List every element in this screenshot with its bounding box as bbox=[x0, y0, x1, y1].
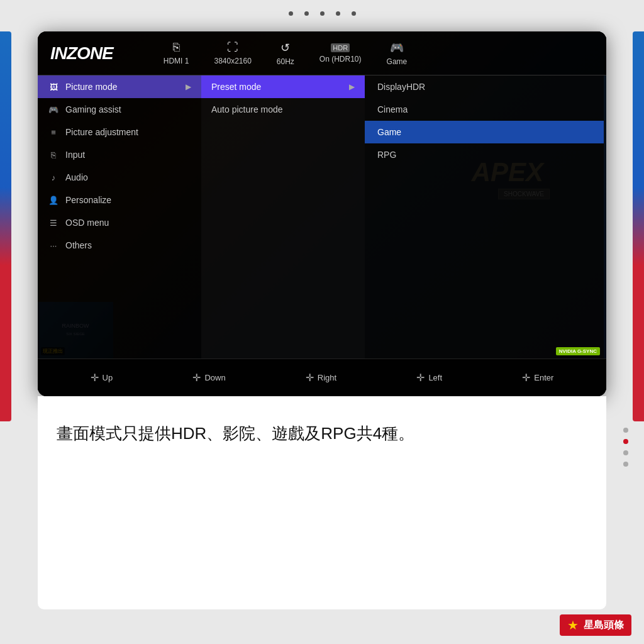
audio-icon: ♪ bbox=[48, 173, 59, 182]
enter-nav-icon: ✛ bbox=[522, 372, 530, 384]
menu-item-picture-mode-label: Picture mode bbox=[65, 82, 117, 92]
pagination-dot-4[interactable] bbox=[623, 462, 628, 467]
option-rpg[interactable]: RPG bbox=[365, 143, 604, 166]
up-nav-icon: ✛ bbox=[91, 372, 99, 384]
nav-enter-label: Enter bbox=[534, 373, 553, 382]
osd-left-menu: 🖼 Picture mode ▶ 🎮 Gaming assist ≡ Pictu… bbox=[38, 75, 201, 358]
game-header-icon: 🎮 bbox=[390, 41, 404, 55]
monitor-screen: APEX SHOCKWAVE INZONE ⎘ HDMI 1 ⛶ 3840x21… bbox=[38, 31, 606, 396]
osd-header: INZONE ⎘ HDMI 1 ⛶ 3840x2160 ↺ 60Hz HDR O… bbox=[38, 31, 606, 75]
pagination-dots bbox=[623, 428, 628, 467]
header-hdr: HDR On (HDR10) bbox=[319, 43, 362, 64]
option-game[interactable]: Game bbox=[365, 121, 604, 143]
top-dot-3 bbox=[320, 11, 325, 16]
option-cinema-label: Cinema bbox=[377, 104, 408, 114]
menu-item-picture-adjustment[interactable]: ≡ Picture adjustment bbox=[38, 121, 201, 143]
nav-down-label: Down bbox=[204, 373, 225, 382]
option-rpg-label: RPG bbox=[377, 150, 396, 160]
nav-left: ✛ Left bbox=[416, 372, 442, 384]
nav-left-label: Left bbox=[428, 373, 442, 382]
menu-item-picture-adjustment-label: Picture adjustment bbox=[65, 127, 138, 137]
monitor-frame: APEX SHOCKWAVE INZONE ⎘ HDMI 1 ⛶ 3840x21… bbox=[38, 31, 606, 396]
menu-item-audio-label: Audio bbox=[65, 172, 88, 182]
hdmi-icon: ⎘ bbox=[173, 41, 180, 54]
hdr-icon: HDR bbox=[331, 43, 350, 52]
top-dot-2 bbox=[304, 11, 309, 16]
nav-enter: ✛ Enter bbox=[522, 372, 553, 384]
pagination-dot-1[interactable] bbox=[623, 428, 628, 433]
nav-up-label: Up bbox=[103, 373, 113, 382]
top-dot-5 bbox=[352, 11, 356, 16]
top-dot-1 bbox=[289, 11, 293, 16]
hdmi-label: HDMI 1 bbox=[164, 57, 189, 65]
brand-name-text: 星島頭條 bbox=[584, 619, 624, 632]
game-header-label: Game bbox=[387, 57, 408, 66]
osd-bottom-nav: ✛ Up ✛ Down ✛ Right ✛ Left ✛ Enter bbox=[38, 358, 606, 396]
brand-bar: ★ 星島頭條 bbox=[0, 606, 644, 644]
left-accent-bar bbox=[0, 31, 11, 421]
caption-area: 畫面模式只提供HDR、影院、遊戲及RPG共4種。 bbox=[38, 409, 606, 609]
gaming-assist-icon: 🎮 bbox=[48, 105, 59, 114]
caption-text: 畫面模式只提供HDR、影院、遊戲及RPG共4種。 bbox=[57, 421, 414, 446]
menu-item-personalize-label: Personalize bbox=[65, 195, 111, 205]
menu-item-osd[interactable]: ☰ OSD menu bbox=[38, 211, 201, 234]
header-icons: ⎘ HDMI 1 ⛶ 3840x2160 ↺ 60Hz HDR On (HDR1… bbox=[164, 41, 407, 66]
left-nav-icon: ✛ bbox=[416, 372, 425, 384]
submenu-preset-mode-label: Preset mode bbox=[211, 82, 261, 92]
header-game: 🎮 Game bbox=[387, 41, 408, 66]
nav-right-label: Right bbox=[318, 373, 336, 382]
submenu-auto-picture[interactable]: Auto picture mode bbox=[201, 98, 365, 121]
menu-item-input-label: Input bbox=[65, 150, 85, 160]
personalize-icon: 👤 bbox=[48, 196, 59, 205]
picture-mode-arrow: ▶ bbox=[186, 82, 191, 91]
nav-up: ✛ Up bbox=[91, 372, 113, 384]
resolution-label: 3840x2160 bbox=[214, 57, 251, 65]
submenu-preset-mode[interactable]: Preset mode ▶ bbox=[201, 75, 365, 98]
option-game-label: Game bbox=[377, 127, 401, 137]
input-icon: ⎘ bbox=[48, 150, 59, 160]
brand-star-icon: ★ bbox=[567, 618, 579, 633]
picture-adjustment-icon: ≡ bbox=[48, 128, 59, 137]
resolution-icon: ⛶ bbox=[227, 41, 238, 54]
pagination-dot-2[interactable] bbox=[623, 439, 628, 444]
header-resolution: ⛶ 3840x2160 bbox=[214, 41, 251, 65]
osd-submenu: Preset mode ▶ Auto picture mode bbox=[201, 75, 365, 358]
submenu-auto-picture-label: Auto picture mode bbox=[211, 104, 283, 114]
menu-item-osd-label: OSD menu bbox=[65, 218, 109, 228]
menu-item-input[interactable]: ⎘ Input bbox=[38, 143, 201, 166]
preset-mode-arrow: ▶ bbox=[349, 82, 355, 91]
right-nav-icon: ✛ bbox=[306, 372, 314, 384]
nav-right: ✛ Right bbox=[306, 372, 336, 384]
menu-item-others-label: Others bbox=[65, 240, 92, 250]
menu-item-gaming-assist[interactable]: 🎮 Gaming assist bbox=[38, 98, 201, 121]
pagination-dot-3[interactable] bbox=[623, 450, 628, 455]
down-nav-icon: ✛ bbox=[192, 372, 201, 384]
menu-item-audio[interactable]: ♪ Audio bbox=[38, 166, 201, 189]
brand-logo: ★ 星島頭條 bbox=[560, 614, 631, 636]
hz-label: 60Hz bbox=[277, 57, 294, 66]
osd-icon: ☰ bbox=[48, 218, 59, 228]
option-displayhdr-label: DisplayHDR bbox=[377, 82, 425, 92]
menu-item-gaming-assist-label: Gaming assist bbox=[65, 104, 121, 114]
menu-item-picture-mode[interactable]: 🖼 Picture mode ▶ bbox=[38, 75, 201, 98]
menu-item-personalize[interactable]: 👤 Personalize bbox=[38, 189, 201, 211]
option-cinema[interactable]: Cinema bbox=[365, 98, 604, 121]
header-hz: ↺ 60Hz bbox=[277, 41, 294, 66]
option-displayhdr[interactable]: DisplayHDR bbox=[365, 75, 604, 98]
others-icon: ··· bbox=[48, 241, 59, 250]
right-accent-bar bbox=[633, 31, 644, 421]
nvidia-badge: NVIDIA G-SYNC bbox=[556, 347, 600, 355]
header-hdmi: ⎘ HDMI 1 bbox=[164, 41, 189, 65]
top-dots-row bbox=[0, 11, 644, 16]
top-dot-4 bbox=[336, 11, 340, 16]
menu-item-others[interactable]: ··· Others bbox=[38, 234, 201, 257]
inzone-logo: INZONE bbox=[50, 43, 113, 64]
hz-icon: ↺ bbox=[280, 41, 290, 55]
osd-options-panel: DisplayHDR Cinema Game RPG bbox=[365, 75, 604, 358]
hdr-label: On (HDR10) bbox=[319, 55, 362, 64]
nav-down: ✛ Down bbox=[192, 372, 225, 384]
picture-mode-icon: 🖼 bbox=[48, 82, 59, 92]
